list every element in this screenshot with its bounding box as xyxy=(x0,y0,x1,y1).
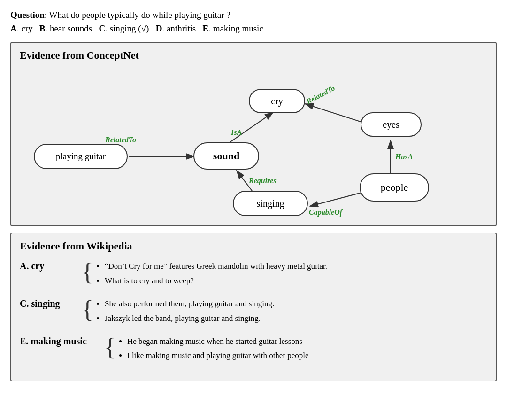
edge-label-requires: Requires xyxy=(249,177,277,185)
correct-mark: (√) xyxy=(138,23,149,33)
answer-key-a: A xyxy=(10,23,17,33)
wiki-entry-e: E. making music { He began making music … xyxy=(20,335,487,364)
node-singing: singing xyxy=(233,191,308,216)
wiki-label-a: A. cry xyxy=(20,260,81,272)
edge-label-hasa: HasA xyxy=(395,153,413,161)
answer-key-c: C xyxy=(99,23,105,33)
conceptnet-box: Evidence from ConceptNet playing guitar xyxy=(10,42,497,226)
wiki-bullet-c-2: Jakszyk led the band, playing guitar and… xyxy=(105,312,274,326)
edge-label-isa: IsA xyxy=(231,128,242,137)
wiki-label-e: E. making music xyxy=(20,335,103,347)
graph-area: playing guitar sound cry eyes people sin… xyxy=(20,66,487,217)
svg-line-6 xyxy=(310,192,363,206)
edge-label-relatedto-2: RelatedTo xyxy=(305,84,337,106)
node-cry: cry xyxy=(249,89,305,113)
wiki-bullet-e-2: I like making music and playing guitar w… xyxy=(127,349,309,363)
answer-key-b: B xyxy=(39,23,46,33)
wiki-entry-c: C. singing { She also performed them, pl… xyxy=(20,297,487,327)
answer-key-e: E xyxy=(202,23,208,33)
edge-label-capableof: CapableOf xyxy=(309,208,342,217)
wiki-bullet-a-1: “Don’t Cry for me” features Greek mandol… xyxy=(105,260,327,273)
wiki-bullets-a: “Don’t Cry for me” features Greek mandol… xyxy=(96,260,327,289)
question-block: Question: What do people typically do wh… xyxy=(10,8,497,35)
svg-line-3 xyxy=(305,104,363,123)
question-label: Question xyxy=(10,10,45,20)
wiki-label-c: C. singing xyxy=(20,297,81,309)
wikipedia-title: Evidence from Wikipedia xyxy=(20,240,487,252)
wiki-bullet-a-2: What is to cry and to weep? xyxy=(105,274,327,288)
node-sound: sound xyxy=(193,142,259,170)
answer-line: A. cry B. hear sounds C. singing (√) D. … xyxy=(10,22,497,36)
brace-a: { xyxy=(82,260,93,284)
wiki-bullets-c: She also performed them, playing guitar … xyxy=(96,297,274,327)
node-people: people xyxy=(360,173,429,202)
wiki-content: A. cry { “Don’t Cry for me” features Gre… xyxy=(20,257,487,364)
node-playing-guitar: playing guitar xyxy=(34,144,128,169)
wiki-bullets-e: He began making music when he started gu… xyxy=(119,335,309,364)
question-text: : What do people typically do while play… xyxy=(45,10,230,20)
edge-label-relatedto-1: RelatedTo xyxy=(105,136,136,144)
conceptnet-title: Evidence from ConceptNet xyxy=(20,49,487,62)
node-eyes: eyes xyxy=(361,112,422,137)
wiki-entry-a: A. cry { “Don’t Cry for me” features Gre… xyxy=(20,260,487,289)
brace-e: { xyxy=(104,335,116,359)
wiki-bullet-c-1: She also performed them, playing guitar … xyxy=(105,297,274,311)
question-line: Question: What do people typically do wh… xyxy=(10,8,497,22)
brace-c: { xyxy=(82,297,93,322)
wikipedia-box: Evidence from Wikipedia A. cry { “Don’t … xyxy=(10,233,497,381)
answer-key-d: D xyxy=(156,23,162,33)
wiki-bullet-e-1: He began making music when he started gu… xyxy=(127,335,309,349)
